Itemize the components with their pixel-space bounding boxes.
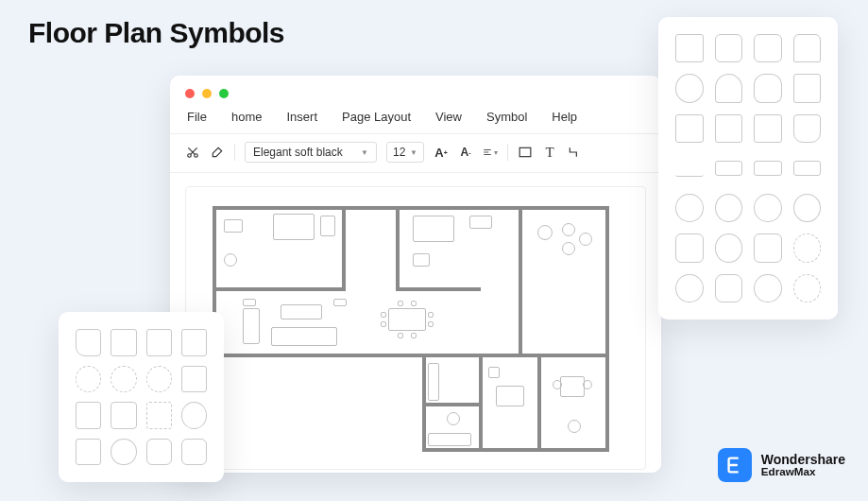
symbol-palette-right xyxy=(658,17,838,320)
menu-home[interactable]: home xyxy=(231,110,263,124)
menubar: File home Insert Page Layout View Symbol… xyxy=(170,106,661,134)
connector-tool-icon[interactable] xyxy=(567,145,582,160)
decrease-font-icon[interactable]: A- xyxy=(458,145,473,160)
symbol-item[interactable] xyxy=(675,233,704,262)
furniture-icon xyxy=(243,299,256,306)
chair-icon xyxy=(562,223,575,236)
menu-page-layout[interactable]: Page Layout xyxy=(342,110,411,124)
symbol-item[interactable] xyxy=(675,114,704,143)
window-close-icon[interactable] xyxy=(185,89,195,98)
symbol-item[interactable] xyxy=(76,329,101,356)
chevron-down-icon: ▾ xyxy=(494,148,498,157)
font-size-value: 12 xyxy=(393,146,405,159)
chevron-down-icon: ▼ xyxy=(361,148,368,157)
symbol-item[interactable] xyxy=(793,74,822,102)
text-tool-icon[interactable]: T xyxy=(542,145,557,160)
window-maximize-icon[interactable] xyxy=(219,89,229,98)
symbol-item[interactable] xyxy=(181,329,207,356)
symbol-item[interactable] xyxy=(76,402,101,429)
symbol-item[interactable] xyxy=(715,194,743,222)
symbol-item[interactable] xyxy=(754,274,782,302)
symbol-item[interactable] xyxy=(793,154,822,182)
menu-view[interactable]: View xyxy=(435,110,462,124)
symbol-item[interactable] xyxy=(715,74,743,102)
symbol-item[interactable] xyxy=(754,154,782,182)
symbol-item[interactable] xyxy=(715,34,743,62)
symbol-item[interactable] xyxy=(715,233,743,262)
symbol-item[interactable] xyxy=(675,74,704,102)
symbol-item[interactable] xyxy=(76,439,101,466)
chair-icon xyxy=(398,333,403,338)
symbol-item[interactable] xyxy=(793,114,822,143)
symbol-item[interactable] xyxy=(754,114,782,143)
symbol-item[interactable] xyxy=(76,366,101,393)
symbol-item[interactable] xyxy=(715,154,743,182)
symbol-item[interactable] xyxy=(181,402,207,429)
symbol-item[interactable] xyxy=(715,114,743,143)
symbol-item[interactable] xyxy=(675,154,704,182)
symbol-palette-left xyxy=(59,312,224,482)
desk-icon xyxy=(469,216,492,229)
symbol-item[interactable] xyxy=(793,233,822,262)
increase-font-icon[interactable]: A+ xyxy=(434,145,449,160)
symbol-item[interactable] xyxy=(793,34,822,62)
symbol-item[interactable] xyxy=(793,274,822,302)
symbol-item[interactable] xyxy=(146,366,172,393)
symbol-item[interactable] xyxy=(754,233,782,262)
furniture-icon xyxy=(488,367,500,378)
symbol-item[interactable] xyxy=(675,194,704,222)
toilet-icon xyxy=(224,253,237,267)
menu-insert[interactable]: Insert xyxy=(286,110,317,124)
symbol-item[interactable] xyxy=(146,402,172,429)
chair-icon xyxy=(381,321,386,327)
separator xyxy=(234,144,235,161)
menu-help[interactable]: Help xyxy=(552,110,577,124)
chair-icon xyxy=(562,242,575,255)
furniture-icon xyxy=(333,299,347,306)
symbol-item[interactable] xyxy=(111,402,136,429)
symbol-item[interactable] xyxy=(675,274,704,302)
menu-symbol[interactable]: Symbol xyxy=(486,110,527,124)
dining-table-icon xyxy=(388,308,426,331)
symbol-item[interactable] xyxy=(675,34,704,62)
symbol-item[interactable] xyxy=(111,366,136,393)
symbol-item[interactable] xyxy=(181,366,207,393)
chair-icon xyxy=(428,321,434,327)
bed-icon xyxy=(413,216,454,242)
wall xyxy=(342,206,346,291)
counter-icon xyxy=(428,433,471,446)
font-size-select[interactable]: 12 ▼ xyxy=(386,142,424,163)
symbol-item[interactable] xyxy=(111,329,136,356)
symbol-item[interactable] xyxy=(181,439,207,466)
editor-window: File home Insert Page Layout View Symbol… xyxy=(170,76,661,473)
symbol-item[interactable] xyxy=(146,439,172,466)
brand-line2: EdrawMax xyxy=(761,466,845,477)
table-icon xyxy=(537,225,553,240)
format-painter-icon[interactable] xyxy=(210,145,225,160)
separator xyxy=(507,144,508,161)
chair-icon xyxy=(381,312,386,318)
canvas-area xyxy=(170,173,661,473)
menu-file[interactable]: File xyxy=(187,110,207,124)
chair-icon xyxy=(398,301,403,306)
window-traffic-lights xyxy=(170,76,661,106)
chair-icon xyxy=(553,380,562,389)
symbol-item[interactable] xyxy=(754,74,782,102)
symbol-item[interactable] xyxy=(754,194,782,222)
symbol-item[interactable] xyxy=(715,274,743,302)
align-icon[interactable]: ▾ xyxy=(483,145,498,160)
floor-plan-canvas[interactable] xyxy=(185,186,646,470)
chair-icon xyxy=(568,420,581,433)
cut-icon[interactable] xyxy=(185,145,200,160)
symbol-item[interactable] xyxy=(111,439,136,466)
font-family-select[interactable]: Elegant soft black ▼ xyxy=(245,142,377,163)
symbol-item[interactable] xyxy=(754,34,782,62)
symbol-item[interactable] xyxy=(793,194,822,222)
symbol-item[interactable] xyxy=(146,329,172,356)
bed-icon xyxy=(273,214,315,240)
chair-icon xyxy=(579,233,592,246)
rectangle-tool-icon[interactable] xyxy=(518,145,533,160)
wall xyxy=(537,354,541,452)
window-minimize-icon[interactable] xyxy=(202,89,212,98)
bed-icon xyxy=(496,386,524,406)
